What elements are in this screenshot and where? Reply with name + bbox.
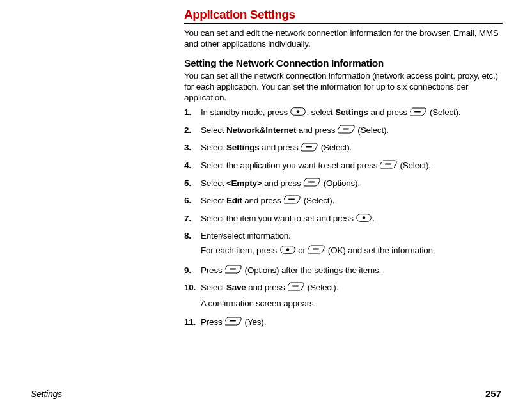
step-11: 11. Press (Yes). — [184, 317, 503, 329]
step-3: 3. Select Settings and press (Select). — [184, 142, 503, 154]
step-text: Select the item you want to set and pres… — [201, 213, 503, 224]
step-2: 2. Select Network&Internet and press (Se… — [184, 125, 503, 137]
step-number: 5. — [184, 178, 201, 189]
step-number: 6. — [184, 195, 201, 206]
soft-key-icon — [308, 245, 325, 256]
center-key-icon — [290, 107, 306, 118]
step-text: Select Network&Internet and press (Selec… — [201, 125, 503, 137]
step-number: 2. — [184, 125, 201, 136]
step-number: 11. — [184, 317, 201, 327]
step-text: Select <Empty> and press (Options). — [201, 178, 503, 190]
step-number: 10. — [184, 282, 201, 293]
step-text: Select Save and press (Select). — [201, 282, 503, 294]
step-number: 8. — [184, 230, 201, 241]
title-divider — [184, 23, 503, 24]
center-key-icon — [280, 246, 295, 256]
step-text: Select the application you want to set a… — [201, 160, 503, 172]
step-text: Enter/select information. — [201, 230, 503, 241]
step-number: 9. — [184, 265, 201, 276]
footer-section: Settings — [31, 389, 62, 399]
soft-key-icon — [301, 143, 318, 154]
center-key-icon — [356, 214, 372, 224]
step-1: 1. In standby mode, press , select Setti… — [184, 107, 503, 119]
soft-key-icon — [304, 178, 320, 189]
step-5: 5. Select <Empty> and press (Options). — [184, 178, 503, 190]
step-7: 7. Select the item you want to set and p… — [184, 213, 503, 224]
step-6: 6. Select Edit and press (Select). — [184, 195, 503, 207]
soft-key-icon — [380, 160, 397, 171]
step-4: 4. Select the application you want to se… — [184, 160, 503, 172]
step-9: 9. Press (Options) after the settings th… — [184, 265, 503, 277]
soft-key-icon — [284, 195, 301, 207]
footer-page-number: 257 — [485, 388, 501, 399]
soft-key-icon — [225, 265, 242, 276]
step-8: 8. Enter/select information. — [184, 230, 503, 241]
step-text: In standby mode, press , select Settings… — [201, 107, 503, 119]
step-text: Press (Options) after the settings the i… — [201, 265, 503, 277]
step-number: 4. — [184, 160, 201, 171]
step-text: Select Edit and press (Select). — [201, 195, 503, 207]
soft-key-icon — [338, 125, 355, 136]
step-10-extra: A confirmation screen appears. — [201, 298, 503, 309]
soft-key-icon — [225, 317, 242, 328]
intro-text: You can set and edit the network connect… — [184, 27, 503, 50]
soft-key-icon — [288, 282, 304, 294]
step-text: Press (Yes). — [201, 317, 503, 329]
soft-key-icon — [410, 107, 426, 119]
page-footer: Settings 257 — [31, 388, 501, 399]
step-number: 7. — [184, 213, 201, 224]
step-number: 3. — [184, 142, 201, 153]
step-8-extra: For each item, press or (OK) and set the… — [201, 245, 503, 257]
subheading: Setting the Network Connection Informati… — [184, 58, 503, 69]
page-content: Application Settings You can set and edi… — [184, 8, 503, 334]
page-title: Application Settings — [184, 8, 503, 22]
subintro-text: You can set all the network connection i… — [184, 70, 503, 104]
step-10: 10. Select Save and press (Select). — [184, 282, 503, 294]
step-text: Select Settings and press (Select). — [201, 142, 503, 154]
step-number: 1. — [184, 107, 201, 118]
